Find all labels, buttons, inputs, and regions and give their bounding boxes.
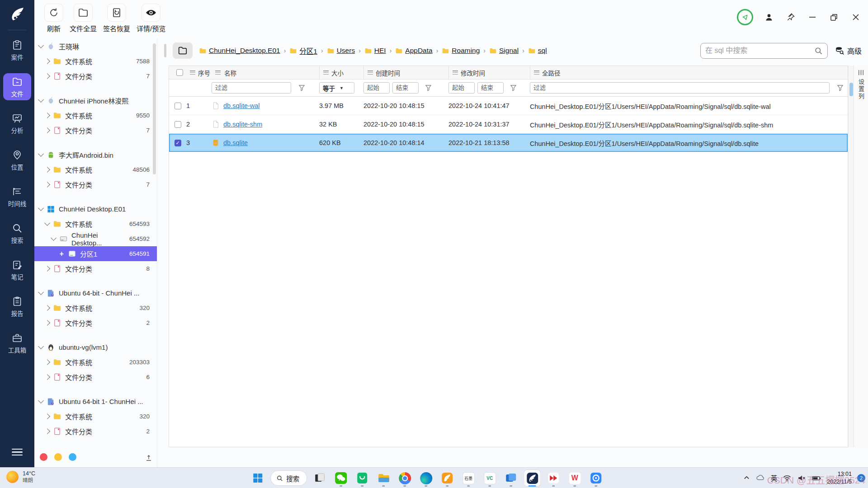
minimize-button[interactable] bbox=[807, 11, 818, 23]
tree-item-categories[interactable]: 文件分类 7 bbox=[34, 123, 157, 138]
shimo-docs-icon[interactable]: 石墨 bbox=[460, 469, 477, 487]
modified-end-input[interactable] bbox=[477, 82, 504, 94]
refresh-button[interactable]: 刷新 bbox=[44, 4, 63, 33]
tree-item-filesystem[interactable]: 文件系统 654593 bbox=[34, 216, 157, 231]
file-link[interactable]: db.sqlite-shm bbox=[223, 121, 262, 128]
wps-icon[interactable]: W bbox=[566, 469, 583, 487]
sidebar-item-location[interactable]: 位置 bbox=[3, 146, 31, 174]
chevron-right-icon[interactable] bbox=[44, 305, 50, 311]
sidebar-item-case[interactable]: 案件 bbox=[3, 37, 31, 64]
file-link[interactable]: db.sqlite-wal bbox=[223, 102, 260, 109]
row-checkbox-checked[interactable]: ✓ bbox=[175, 140, 181, 146]
breadcrumb-item[interactable]: Users bbox=[327, 47, 355, 55]
sidebar-item-analysis[interactable]: 分析 bbox=[3, 110, 31, 137]
tree-item-filesystem[interactable]: 文件系统 320 bbox=[34, 300, 157, 315]
chrome-icon[interactable] bbox=[396, 469, 413, 487]
edge-icon[interactable] bbox=[417, 469, 434, 487]
filter-funnel-icon[interactable] bbox=[837, 84, 844, 91]
chevron-right-icon[interactable] bbox=[44, 320, 50, 326]
notification-badge[interactable]: 2 bbox=[857, 474, 865, 482]
sidebar-item-toolbox[interactable]: 工具箱 bbox=[3, 329, 31, 357]
wifi-icon[interactable] bbox=[783, 474, 792, 483]
breadcrumb-item[interactable]: sql bbox=[528, 47, 547, 55]
sidebar-item-search[interactable]: 搜索 bbox=[3, 220, 31, 247]
chevron-down-icon[interactable] bbox=[44, 220, 50, 226]
chevron-right-icon[interactable] bbox=[44, 374, 50, 380]
filter-funnel-icon[interactable] bbox=[298, 84, 306, 91]
scrollbar-thumb[interactable] bbox=[849, 83, 853, 96]
app-store-icon[interactable] bbox=[354, 469, 371, 487]
chevron-right-icon[interactable] bbox=[44, 266, 50, 272]
sidebar-item-notes[interactable]: 笔记 bbox=[3, 256, 31, 283]
header-modified[interactable]: 修改时间 bbox=[448, 66, 530, 79]
show-all-files-button[interactable]: 文件全显 bbox=[70, 4, 97, 33]
chevron-down-icon[interactable] bbox=[38, 398, 44, 404]
file-explorer-icon[interactable] bbox=[375, 469, 392, 487]
status-badge-icon[interactable] bbox=[737, 9, 753, 25]
table-row-selected[interactable]: ✓ 3 db.sqlite 620 KB 2022-10-20 10:48:14… bbox=[169, 134, 848, 152]
tree-scrollbar[interactable] bbox=[153, 43, 156, 174]
header-created[interactable]: 创建时间 bbox=[363, 66, 448, 79]
chevron-right-icon[interactable] bbox=[44, 182, 50, 188]
header-index[interactable]: 序号 bbox=[186, 66, 212, 79]
tree-item-categories[interactable]: 文件分类 8 bbox=[34, 261, 157, 276]
chevron-right-icon[interactable] bbox=[44, 428, 50, 434]
tree-item-filesystem[interactable]: 文件系统 320 bbox=[34, 409, 157, 424]
tree-item-partition-selected[interactable]: + 分区1 654591 bbox=[34, 246, 157, 261]
size-operator-select[interactable]: 等于▼ bbox=[319, 82, 354, 94]
tree-item-filesystem[interactable]: 文件系统 9550 bbox=[34, 108, 157, 123]
chevron-right-icon[interactable] bbox=[44, 413, 50, 419]
remote-control-app-icon[interactable] bbox=[587, 469, 604, 487]
grid-scrollbar[interactable] bbox=[848, 66, 854, 447]
tree-item-device[interactable]: ? Ubuntu 64-bit - ChunHei ... bbox=[34, 286, 157, 300]
breadcrumb-item[interactable]: 分区1 bbox=[289, 46, 317, 56]
breadcrumb-item[interactable]: HEI bbox=[364, 47, 386, 55]
tree-item-categories[interactable]: 文件分类 2 bbox=[34, 315, 157, 330]
chevron-down-icon[interactable] bbox=[38, 205, 44, 211]
row-checkbox[interactable] bbox=[175, 103, 181, 109]
select-all-checkbox[interactable] bbox=[176, 69, 183, 76]
created-end-input[interactable] bbox=[392, 82, 419, 94]
expand-plus-icon[interactable]: + bbox=[59, 251, 64, 257]
taskbar-clock[interactable]: 13:01 2022/11/5 bbox=[827, 470, 852, 486]
taskbar-weather-widget[interactable]: 14°C晴朗 bbox=[6, 470, 35, 484]
taskbar-search[interactable]: 搜索 bbox=[270, 470, 307, 486]
tree-item-device[interactable]: ChunHei Desktop.E01 bbox=[34, 202, 157, 216]
chevron-right-icon[interactable] bbox=[44, 359, 50, 365]
restore-button[interactable] bbox=[828, 11, 840, 23]
tree-item-categories[interactable]: 文件分类 2 bbox=[34, 424, 157, 439]
tree-item-filesystem[interactable]: 文件系统 7588 bbox=[34, 54, 157, 69]
input-language-indicator[interactable]: 英 bbox=[771, 473, 778, 483]
onedrive-cloud-icon[interactable] bbox=[755, 473, 765, 483]
blue-squares-app-icon[interactable] bbox=[502, 469, 519, 487]
start-button[interactable] bbox=[249, 469, 266, 487]
close-button[interactable] bbox=[850, 11, 862, 23]
details-preview-button[interactable]: 详情/预览 bbox=[137, 4, 165, 33]
table-row[interactable]: 2 db.sqlite-shm 32 KB 2022-10-20 10:48:1… bbox=[169, 115, 848, 134]
row-checkbox[interactable] bbox=[175, 121, 181, 128]
file-link[interactable]: db.sqlite bbox=[223, 139, 248, 146]
tree-item-categories[interactable]: 文件分类 7 bbox=[34, 69, 157, 84]
forensic-app-active-icon[interactable] bbox=[524, 469, 541, 487]
search-icon[interactable] bbox=[814, 47, 823, 55]
folder-up-button[interactable] bbox=[173, 42, 193, 59]
advanced-search-button[interactable]: 高级 bbox=[835, 45, 862, 56]
tree-item-filesystem[interactable]: 文件系统 203303 bbox=[34, 355, 157, 370]
chevron-right-icon[interactable] bbox=[44, 58, 50, 64]
tree-item-disk[interactable]: ChunHei Desktop... 654592 bbox=[34, 231, 157, 246]
chevron-down-icon[interactable] bbox=[38, 42, 44, 48]
column-settings-strip[interactable]: 设置列 bbox=[854, 66, 868, 447]
chevron-down-icon[interactable] bbox=[38, 97, 44, 103]
table-row[interactable]: 1 db.sqlite-wal 3.97 MB 2022-10-20 10:48… bbox=[169, 97, 848, 115]
tree-item-filesystem[interactable]: 文件系统 48506 bbox=[34, 162, 157, 177]
vc-app-icon[interactable]: VC bbox=[481, 469, 498, 487]
panel-resize-icon[interactable] bbox=[145, 455, 152, 462]
header-name[interactable]: 名称 bbox=[212, 66, 319, 79]
tree-item-device[interactable]: 李大辉Android.bin bbox=[34, 147, 157, 162]
filter-funnel-icon[interactable] bbox=[510, 84, 517, 91]
breadcrumb-item[interactable]: AppData bbox=[395, 47, 432, 55]
signature-recovery-button[interactable]: 签名恢复 bbox=[103, 4, 130, 33]
tree-item-device[interactable]: 王晓琳 bbox=[34, 39, 157, 54]
tree-item-categories[interactable]: 文件分类 6 bbox=[34, 370, 157, 385]
wechat-icon[interactable] bbox=[332, 469, 349, 487]
